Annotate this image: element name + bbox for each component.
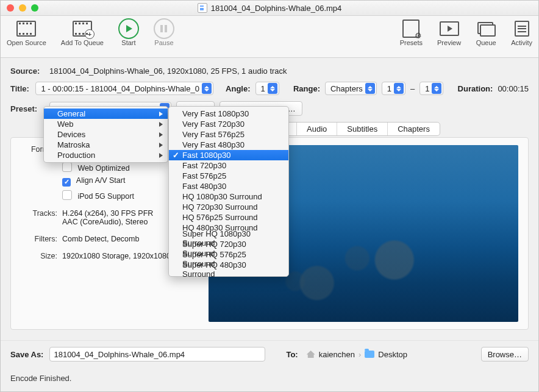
duration-value: 00:00:15	[498, 84, 529, 93]
folder-icon	[365, 351, 374, 358]
menu-item-veryfast-576p25[interactable]: Very Fast 576p25	[169, 129, 288, 140]
activity-button[interactable]: Activity	[511, 20, 532, 46]
menu-item-veryfast-480p30[interactable]: Very Fast 480p30	[169, 140, 288, 150]
to-label: To:	[286, 350, 298, 359]
activity-label: Activity	[511, 39, 532, 46]
source-value: 181004_04_Dolphins-Whale_06, 1920x1080, …	[49, 66, 287, 76]
source-label: Source:	[10, 66, 45, 76]
status-text: Encode Finished.	[1, 368, 538, 391]
film-icon	[16, 21, 36, 37]
align-av-checkbox[interactable]	[62, 178, 71, 187]
menu-item-web[interactable]: Web	[44, 119, 168, 129]
preview-label: Preview	[437, 39, 461, 46]
align-av-label: Align A/V Start	[76, 176, 126, 185]
tab-audio[interactable]: Audio	[297, 123, 337, 135]
open-source-button[interactable]: Open Source	[7, 20, 46, 46]
open-source-label: Open Source	[7, 39, 46, 46]
titlebar: 181004_04_Dolphins-Whale_06.mp4	[1, 1, 538, 16]
destination-path[interactable]: kaienchen › Desktop	[307, 350, 407, 359]
preset-label: Preset:	[10, 104, 45, 113]
film-plus-icon: +	[73, 21, 92, 37]
size-label: Size:	[21, 252, 62, 260]
chevron-updown-icon	[394, 83, 404, 94]
ipod-label: iPod 5G Support	[77, 192, 134, 201]
queue-icon	[477, 22, 494, 35]
range-dash: –	[410, 84, 415, 93]
menu-item-hq-1080p30[interactable]: HQ 1080p30 Surround	[169, 191, 288, 202]
menu-item-general[interactable]: General	[44, 109, 168, 119]
save-as-value: 181004_04_Dolphins-Whale_06.mp4	[54, 350, 185, 359]
chevron-updown-icon	[365, 83, 375, 94]
title-label: Title:	[10, 84, 30, 93]
range-to-value: 1	[425, 84, 429, 93]
menu-item-hq-576p25[interactable]: HQ 576p25 Surround	[169, 212, 288, 223]
activity-icon	[515, 21, 529, 37]
angle-value: 1	[261, 84, 265, 93]
main-toolbar: Open Source + Add To Queue Start Pause P…	[1, 16, 538, 58]
ipod-checkbox[interactable]	[62, 190, 72, 200]
start-button[interactable]: Start	[118, 20, 139, 46]
menu-item-devices[interactable]: Devices	[44, 129, 168, 140]
preset-category-menu: General Web Devices Matroska Production	[43, 106, 168, 163]
chevron-right-icon: ›	[359, 350, 361, 359]
range-label: Range:	[293, 84, 320, 93]
range-from-value: 1	[387, 84, 391, 93]
tracks-label: Tracks:	[21, 209, 62, 226]
path-folder: Desktop	[378, 350, 407, 359]
start-label: Start	[121, 39, 135, 46]
title-popup[interactable]: 1 - 00:00:15 - 181004_04_Dolphins-Whale_…	[35, 82, 213, 95]
preview-button[interactable]: Preview	[437, 20, 461, 46]
angle-popup[interactable]: 1	[255, 82, 279, 95]
document-icon	[198, 3, 207, 13]
preset-general-submenu: Very Fast 1080p30 Very Fast 720p30 Very …	[168, 106, 289, 277]
save-row: Save As: 181004_04_Dolphins-Whale_06.mp4…	[1, 340, 538, 368]
app-window: 181004_04_Dolphins-Whale_06.mp4 Open Sou…	[0, 0, 539, 392]
menu-item-veryfast-1080p30[interactable]: Very Fast 1080p30	[169, 109, 288, 119]
range-mode-value: Chapters	[330, 84, 363, 93]
range-from-popup[interactable]: 1	[382, 82, 405, 95]
preview-icon	[440, 21, 459, 36]
range-to-popup[interactable]: 1	[419, 82, 443, 95]
menu-item-hq-720p30[interactable]: HQ 720p30 Surround	[169, 202, 288, 212]
web-optimized-label: Web Optimized	[77, 164, 129, 173]
chevron-updown-icon	[202, 83, 212, 94]
menu-item-fast-720p30[interactable]: Fast 720p30	[169, 160, 288, 171]
save-as-label: Save As:	[10, 350, 43, 359]
menu-item-superhq-480p30[interactable]: Super HQ 480p30 Surround	[169, 264, 288, 274]
range-mode-popup[interactable]: Chapters	[325, 82, 377, 95]
menu-item-veryfast-720p30[interactable]: Very Fast 720p30	[169, 119, 288, 129]
tab-chapters[interactable]: Chapters	[388, 123, 440, 135]
menu-item-matroska[interactable]: Matroska	[44, 140, 168, 150]
title-value: 1 - 00:00:15 - 181004_04_Dolphins-Whale_…	[41, 84, 199, 93]
menu-item-fast-480p30[interactable]: Fast 480p30	[169, 181, 288, 191]
presets-icon	[402, 20, 419, 38]
presets-button[interactable]: Presets	[400, 20, 423, 46]
duration-label: Duration:	[458, 84, 493, 93]
save-as-field[interactable]: 181004_04_Dolphins-Whale_06.mp4	[49, 347, 265, 362]
chevron-updown-icon	[268, 83, 277, 94]
chevron-updown-icon	[432, 83, 441, 94]
browse-button[interactable]: Browse…	[481, 347, 529, 362]
add-to-queue-button[interactable]: + Add To Queue	[61, 20, 104, 46]
menu-item-fast-576p25[interactable]: Fast 576p25	[169, 171, 288, 181]
web-optimized-checkbox[interactable]	[62, 162, 72, 172]
menu-item-production[interactable]: Production	[44, 150, 168, 160]
filters-label: Filters:	[21, 235, 62, 243]
queue-button[interactable]: Queue	[476, 20, 496, 46]
angle-label: Angle:	[226, 84, 250, 93]
window-title: 181004_04_Dolphins-Whale_06.mp4	[1, 3, 538, 13]
pause-label: Pause	[154, 39, 173, 46]
pause-button[interactable]: Pause	[154, 20, 174, 46]
add-to-queue-label: Add To Queue	[61, 39, 104, 46]
menu-item-fast-1080p30[interactable]: Fast 1080p30	[169, 150, 288, 160]
queue-label: Queue	[476, 39, 496, 46]
path-user: kaienchen	[319, 350, 355, 359]
play-icon	[118, 18, 139, 39]
home-icon	[307, 351, 315, 358]
window-title-text: 181004_04_Dolphins-Whale_06.mp4	[211, 4, 342, 13]
tab-subtitles[interactable]: Subtitles	[337, 123, 388, 135]
pause-icon	[154, 18, 174, 39]
